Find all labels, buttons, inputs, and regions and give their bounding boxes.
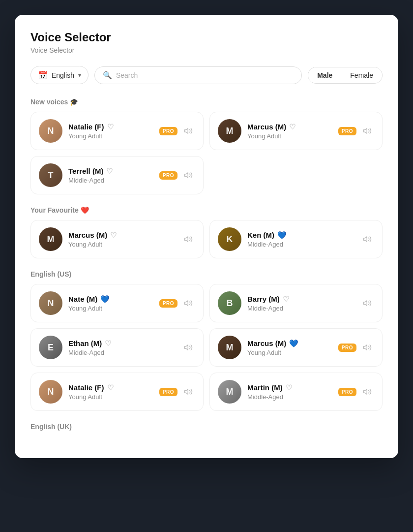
play-button-ken-fav[interactable] bbox=[360, 232, 374, 246]
voice-actions-marcus-us: PRO bbox=[338, 341, 374, 354]
avatar-natalie-us: N bbox=[39, 380, 62, 404]
play-button-ethan[interactable] bbox=[181, 341, 195, 354]
avatar-ethan: E bbox=[39, 336, 62, 359]
voice-name-text-natalie-us: Natalie (F) bbox=[68, 383, 104, 392]
voice-actions-natalie-us: PRO bbox=[159, 385, 195, 399]
search-input[interactable] bbox=[116, 71, 294, 79]
modal-overlay: Voice Selector Voice Selector 📅 English … bbox=[0, 0, 413, 532]
voice-card-ethan[interactable]: EEthan (M)♡Middle-Aged bbox=[30, 328, 204, 367]
voice-card-barry[interactable]: BBarry (M)♡Middle-Aged bbox=[209, 284, 383, 322]
heart-icon-nate[interactable]: 💙 bbox=[100, 295, 110, 304]
voice-card-marcus-new[interactable]: MMarcus (M)♡Young AdultPRO bbox=[209, 112, 383, 150]
section-label-english-us: English (US) bbox=[30, 270, 383, 278]
play-button-barry[interactable] bbox=[360, 296, 374, 310]
voice-name-marcus-fav: Marcus (M)♡ bbox=[68, 231, 176, 240]
heart-icon-terrell[interactable]: ♡ bbox=[106, 167, 113, 176]
heart-icon-ken-fav[interactable]: 💙 bbox=[277, 231, 287, 240]
gender-male-button[interactable]: Male bbox=[308, 67, 341, 83]
play-button-marcus-us[interactable] bbox=[360, 341, 374, 354]
avatar-initials: B bbox=[227, 298, 233, 309]
svg-marker-4 bbox=[364, 237, 367, 242]
voice-card-natalie-us[interactable]: NNatalie (F)♡Young AdultPRO bbox=[30, 373, 204, 411]
avatar-barry: B bbox=[218, 291, 241, 315]
voice-card-ken-fav[interactable]: KKen (M)💙Middle-Aged bbox=[209, 220, 383, 258]
voice-age-natalie-new: Young Adult bbox=[68, 132, 153, 140]
voice-card-terrell[interactable]: TTerrell (M)♡Middle-AgedPRO bbox=[30, 156, 204, 194]
voice-card-marcus-fav[interactable]: MMarcus (M)♡Young Adult bbox=[30, 220, 204, 258]
pro-badge-nate: PRO bbox=[159, 299, 177, 308]
voice-name-text-ken-fav: Ken (M) bbox=[247, 231, 274, 239]
play-button-martin[interactable] bbox=[360, 385, 374, 399]
voice-actions-marcus-fav bbox=[181, 232, 195, 246]
voice-info-natalie-new: Natalie (F)♡Young Adult bbox=[68, 123, 153, 140]
voice-name-ethan: Ethan (M)♡ bbox=[68, 339, 176, 348]
voice-card-nate[interactable]: NNate (M)💙Young AdultPRO bbox=[30, 284, 204, 322]
language-label: English bbox=[52, 71, 74, 79]
sections-container: New voices 🎓NNatalie (F)♡Young AdultPROM… bbox=[30, 98, 383, 431]
heart-icon-marcus-us[interactable]: 💙 bbox=[289, 339, 298, 348]
chevron-down-icon: ▾ bbox=[78, 72, 81, 79]
voice-info-terrell: Terrell (M)♡Middle-Aged bbox=[68, 167, 153, 184]
gender-toggle: Male Female bbox=[308, 67, 383, 84]
voice-name-text-marcus-us: Marcus (M) bbox=[247, 339, 286, 347]
play-button-natalie-new[interactable] bbox=[181, 124, 195, 138]
avatar-marcus-us: M bbox=[218, 336, 241, 359]
voice-actions-terrell: PRO bbox=[159, 168, 195, 182]
voice-age-barry: Middle-Aged bbox=[247, 305, 354, 312]
svg-marker-1 bbox=[364, 128, 367, 134]
section-label-your-favourite: Your Favourite ❤️ bbox=[30, 206, 383, 214]
play-button-terrell[interactable] bbox=[181, 168, 195, 182]
voice-name-ken-fav: Ken (M)💙 bbox=[247, 231, 354, 240]
svg-marker-10 bbox=[364, 389, 367, 395]
gender-female-button[interactable]: Female bbox=[341, 67, 382, 83]
voice-name-martin: Martin (M)♡ bbox=[247, 383, 332, 392]
voice-name-text-nate: Nate (M) bbox=[68, 295, 97, 303]
voice-age-marcus-new: Young Adult bbox=[247, 132, 332, 140]
svg-marker-7 bbox=[185, 345, 188, 350]
voice-actions-ethan bbox=[181, 341, 195, 354]
search-bar: 🔍 bbox=[94, 66, 302, 84]
play-button-marcus-fav[interactable] bbox=[181, 232, 195, 246]
section-label-new-voices: New voices 🎓 bbox=[30, 98, 383, 106]
voice-name-nate: Nate (M)💙 bbox=[68, 295, 153, 304]
play-button-nate[interactable] bbox=[181, 296, 195, 310]
voice-name-barry: Barry (M)♡ bbox=[247, 295, 354, 304]
avatar-initials: M bbox=[226, 343, 234, 353]
voice-info-barry: Barry (M)♡Middle-Aged bbox=[247, 295, 354, 312]
avatar-initials: K bbox=[227, 234, 233, 245]
play-button-natalie-us[interactable] bbox=[181, 385, 195, 399]
voice-name-marcus-us: Marcus (M)💙 bbox=[247, 339, 332, 348]
heart-icon-ethan[interactable]: ♡ bbox=[105, 339, 111, 348]
avatar-initials: M bbox=[47, 234, 55, 245]
voice-actions-natalie-new: PRO bbox=[159, 124, 195, 138]
heart-icon-barry[interactable]: ♡ bbox=[283, 295, 289, 304]
heart-icon-marcus-fav[interactable]: ♡ bbox=[110, 231, 117, 240]
section-new-voices: New voices 🎓NNatalie (F)♡Young AdultPROM… bbox=[30, 98, 383, 194]
voice-info-marcus-us: Marcus (M)💙Young Adult bbox=[247, 339, 332, 356]
voice-name-text-barry: Barry (M) bbox=[247, 295, 280, 303]
voice-age-natalie-us: Young Adult bbox=[68, 393, 153, 401]
heart-icon-natalie-new[interactable]: ♡ bbox=[107, 123, 114, 131]
avatar-initials: E bbox=[48, 343, 54, 353]
filter-bar: 📅 English ▾ 🔍 Male Female bbox=[30, 66, 383, 84]
voice-age-terrell: Middle-Aged bbox=[68, 177, 153, 184]
svg-marker-0 bbox=[185, 128, 188, 134]
voice-actions-nate: PRO bbox=[159, 296, 195, 310]
voice-card-marcus-us[interactable]: MMarcus (M)💙Young AdultPRO bbox=[209, 328, 383, 367]
voice-info-marcus-fav: Marcus (M)♡Young Adult bbox=[68, 231, 176, 248]
voice-age-ethan: Middle-Aged bbox=[68, 349, 176, 356]
voice-actions-martin: PRO bbox=[338, 385, 374, 399]
language-selector[interactable]: 📅 English ▾ bbox=[30, 66, 88, 84]
heart-icon-martin[interactable]: ♡ bbox=[286, 383, 292, 392]
voice-card-natalie-new[interactable]: NNatalie (F)♡Young AdultPRO bbox=[30, 112, 204, 150]
play-button-marcus-new[interactable] bbox=[360, 124, 374, 138]
voice-name-text-natalie-new: Natalie (F) bbox=[68, 123, 104, 131]
heart-icon-natalie-us[interactable]: ♡ bbox=[107, 383, 114, 392]
voice-info-natalie-us: Natalie (F)♡Young Adult bbox=[68, 383, 153, 401]
voice-age-martin: Middle-Aged bbox=[247, 393, 332, 401]
heart-icon-marcus-new[interactable]: ♡ bbox=[289, 123, 295, 131]
svg-marker-2 bbox=[185, 173, 188, 178]
voice-info-martin: Martin (M)♡Middle-Aged bbox=[247, 383, 332, 401]
voice-card-martin[interactable]: MMartin (M)♡Middle-AgedPRO bbox=[209, 373, 383, 411]
avatar-initials: N bbox=[48, 126, 54, 136]
